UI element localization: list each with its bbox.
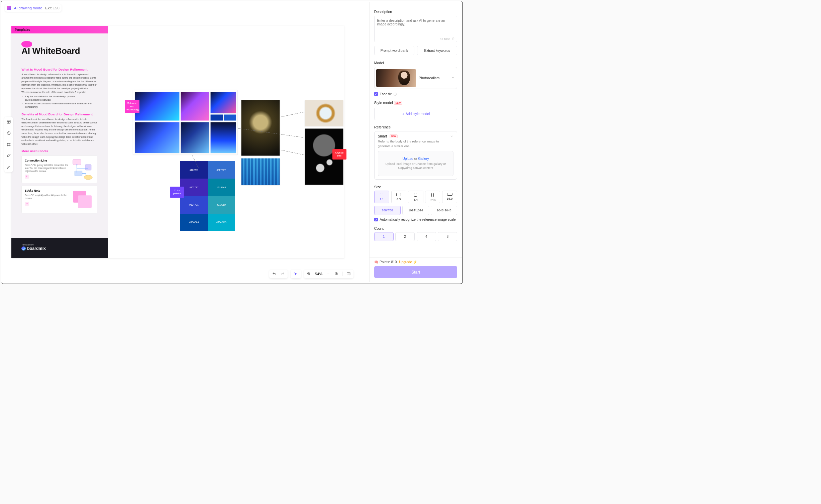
key-hint: N	[25, 202, 29, 206]
ratio-1-1[interactable]: 1:1	[374, 191, 389, 203]
section-heading: Benefits of Mood Board for Design Refine…	[21, 112, 97, 116]
points-label: Points:	[380, 260, 390, 264]
add-style-model-button[interactable]: ＋ Add style model	[374, 108, 457, 120]
chevron-down-icon[interactable]	[450, 134, 453, 138]
svg-point-6	[77, 165, 78, 166]
cursor-icon[interactable]	[293, 272, 298, 277]
image-grid[interactable]	[133, 90, 238, 155]
model-thumbnail	[376, 69, 416, 87]
swatch[interactable]: #27A3B7	[208, 196, 235, 214]
smart-description: Refer to the body of the reference image…	[378, 139, 446, 148]
reference-upload-zone[interactable]: Upload or Gallery Upload local image or …	[378, 151, 453, 176]
info-icon[interactable]: ?	[394, 93, 397, 96]
upload-link[interactable]: Upload	[402, 157, 413, 161]
count-title: Count	[374, 226, 457, 230]
auto-scale-checkbox[interactable]	[374, 218, 378, 221]
ai-logo-icon	[7, 6, 11, 10]
tag-science-tech[interactable]: Science and technology	[125, 100, 139, 113]
new-badge: NEW	[394, 101, 402, 105]
svg-rect-4	[75, 171, 83, 176]
template-panel: Templates AI WhiteBoard What Is Mood Boa…	[11, 26, 108, 259]
eraser-icon[interactable]	[6, 153, 12, 159]
prompt-word-bank-button[interactable]: Prompt word bank	[374, 46, 414, 56]
count-2[interactable]: 2	[395, 232, 415, 241]
swatch[interactable]: #162291	[180, 161, 208, 179]
new-badge: NEW	[390, 134, 398, 138]
char-counter: 0 / 1000	[440, 37, 450, 41]
count-1[interactable]: 1	[374, 232, 394, 241]
size-title: Size	[374, 185, 457, 189]
style-model-title: Style model	[374, 101, 393, 105]
zoom-in-icon[interactable]	[334, 272, 339, 277]
face-fix-checkbox[interactable]	[374, 92, 378, 96]
chevron-down-icon[interactable]	[326, 272, 331, 277]
swatch[interactable]: #3047D1	[180, 196, 208, 214]
upgrade-link[interactable]: Upgrade ⚡	[399, 260, 417, 264]
esc-key-hint: ESC	[53, 6, 60, 10]
redo-icon[interactable]	[280, 272, 285, 277]
templates-tab[interactable]: Templates	[11, 26, 108, 33]
model-selector[interactable]: Photorealism	[374, 67, 457, 89]
ai-mode-label[interactable]: AI drawing mode	[14, 6, 42, 10]
undo-icon[interactable]	[272, 272, 277, 277]
extract-keywords-button[interactable]: Extract keywords	[417, 46, 457, 56]
tag-crystal-ball[interactable]: Crystal ball	[332, 149, 346, 160]
gallery-link[interactable]: Gallery	[418, 157, 429, 161]
chevron-down-icon	[451, 76, 455, 80]
trash-icon[interactable]	[451, 37, 455, 41]
color-palette[interactable]: #162291 #FFFFFF #4027B7 #0184A3 #3047D1 …	[180, 161, 235, 231]
key-hint: L	[25, 175, 29, 179]
smart-mode[interactable]: Smart	[378, 134, 387, 138]
section-heading: More useful tools	[21, 149, 97, 153]
map-icon[interactable]	[346, 272, 351, 277]
swatch[interactable]: #004CA4	[180, 214, 208, 231]
model-name: Photorealism	[419, 76, 449, 80]
footer-by: Template by	[21, 243, 97, 246]
swatch[interactable]: #0184A3	[208, 179, 235, 196]
model-title: Model	[374, 61, 457, 65]
resolution-1024[interactable]: 1024*1024	[402, 206, 429, 215]
zoom-out-icon[interactable]	[307, 272, 312, 277]
bottom-controls: 54%	[269, 270, 353, 278]
body-text: The function of the mood board for desig…	[21, 118, 97, 146]
description-title: Description	[374, 10, 457, 14]
reference-title: Reference	[374, 125, 457, 129]
swatch[interactable]: #FFFFFF	[208, 161, 235, 179]
tag-color-palette[interactable]: Color palette	[170, 187, 184, 198]
exit-button[interactable]: Exit ESC	[45, 6, 60, 10]
canvas[interactable]: Templates AI WhiteBoard What Is Mood Boa…	[11, 26, 345, 259]
footer-brand: boardmix	[27, 246, 46, 251]
brain-icon: 🧠	[374, 260, 379, 264]
svg-rect-3	[85, 165, 91, 170]
page-title: AI WhiteBoard	[21, 46, 97, 56]
svg-rect-0	[7, 120, 10, 123]
zoom-level[interactable]: 54%	[315, 272, 323, 276]
resolution-2048[interactable]: 2048*2048	[431, 206, 457, 215]
tool-rail	[4, 117, 13, 172]
start-button[interactable]: Start	[374, 266, 457, 278]
face-fix-label: Face fix	[380, 92, 392, 96]
svg-point-5	[84, 175, 93, 180]
swatch[interactable]: #4027B7	[180, 179, 208, 196]
resolution-768[interactable]: 768*768	[374, 206, 401, 215]
tool-card-sticky-note: Sticky Note Press "N" to quickly add a s…	[21, 186, 97, 213]
boardmix-logo-icon	[21, 246, 25, 250]
ai-mode-toolbar: AI drawing mode Exit ESC	[5, 4, 62, 11]
auto-scale-label: Automatically recognize the reference im…	[380, 218, 456, 221]
count-4[interactable]: 4	[417, 232, 436, 241]
upload-hint: Upload local image or Choose from gallar…	[382, 162, 450, 170]
pen-icon[interactable]	[6, 164, 12, 170]
ratio-9-16[interactable]: 9:16	[425, 191, 440, 203]
templates-icon[interactable]	[6, 118, 12, 125]
ai-settings-panel: Description 0 / 1000 Prompt word bank Ex…	[369, 2, 462, 283]
svg-rect-8	[78, 196, 92, 208]
tool-card-connection-line: Connection Line Press "L" to quickly sel…	[21, 156, 97, 183]
frame-icon[interactable]	[6, 141, 12, 147]
ratio-3-4[interactable]: 3:4	[408, 191, 423, 203]
swatch[interactable]: #00AECD	[208, 214, 235, 231]
history-icon[interactable]	[6, 130, 12, 136]
count-8[interactable]: 8	[438, 232, 457, 241]
ratio-16-9[interactable]: 16:9	[442, 191, 457, 203]
ratio-4-3[interactable]: 4:3	[391, 191, 406, 203]
section-heading: What Is Mood Board for Design Refinement	[21, 68, 97, 71]
